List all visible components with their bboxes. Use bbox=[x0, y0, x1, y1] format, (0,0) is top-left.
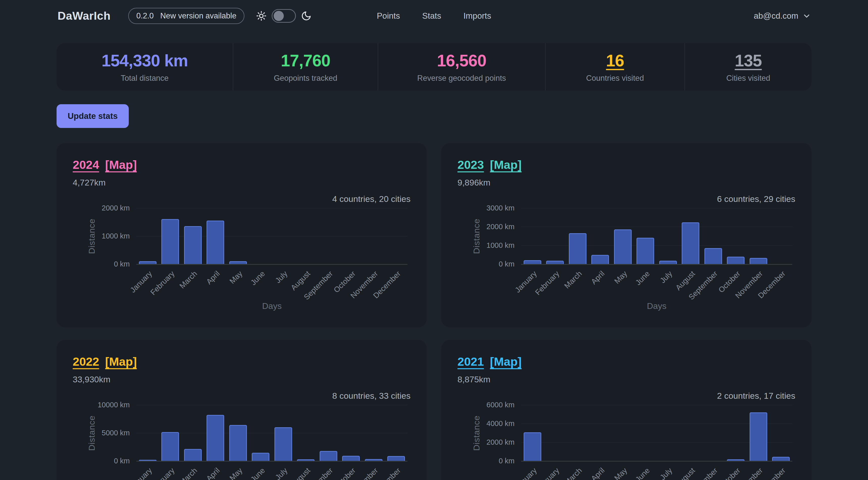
stat-cities: 135 Cities visited bbox=[684, 43, 811, 91]
month-label-may: May bbox=[227, 461, 249, 480]
year-card-2021: 2021 [Map] 8,875km 2 countries, 17 citie… bbox=[441, 340, 811, 480]
bar-april bbox=[207, 221, 224, 264]
month-label-october: October bbox=[724, 461, 747, 480]
bar-slot-february bbox=[159, 405, 182, 461]
app-logo[interactable]: DaWarIch bbox=[58, 9, 111, 23]
stat-reverse-geocoded: 16,560 Reverse geocoded points bbox=[378, 43, 545, 91]
year-link-2024[interactable]: 2024 bbox=[73, 158, 99, 171]
y-axis-tick-label: 4000 km bbox=[487, 419, 515, 427]
bar-august bbox=[297, 459, 315, 461]
month-label-july: July bbox=[657, 461, 679, 480]
map-link-2022[interactable]: [Map] bbox=[105, 355, 137, 369]
year-link-2022[interactable]: 2022 bbox=[73, 355, 99, 369]
stat-countries-value[interactable]: 16 bbox=[606, 51, 624, 70]
month-label-september: September bbox=[702, 265, 724, 300]
bar-december bbox=[387, 456, 405, 461]
stat-countries-label: Countries visited bbox=[586, 74, 644, 83]
month-label-february: February bbox=[544, 265, 566, 300]
month-label-october: October bbox=[340, 461, 363, 480]
bar-january bbox=[524, 260, 541, 264]
version-number: 0.2.0 bbox=[136, 11, 154, 21]
month-label-may: May bbox=[612, 265, 634, 300]
chart-plot-area: 0 km1000 km2000 km bbox=[136, 208, 407, 265]
stat-cities-value[interactable]: 135 bbox=[735, 51, 762, 70]
month-label-august: August bbox=[679, 461, 702, 480]
bar-january bbox=[524, 432, 541, 461]
month-label-november: November bbox=[362, 461, 385, 480]
nav-points[interactable]: Points bbox=[377, 11, 400, 21]
y-axis-tick-label: 5000 km bbox=[102, 429, 130, 437]
x-axis-month-labels: JanuaryFebruaryMarchAprilMayJuneJulyAugu… bbox=[136, 265, 407, 300]
bar-march bbox=[184, 449, 202, 461]
bar-april bbox=[207, 415, 224, 461]
navbar: DaWarIch 0.2.0 New version available Poi… bbox=[0, 0, 868, 32]
x-axis-month-labels: JanuaryFebruaryMarchAprilMayJuneJulyAugu… bbox=[136, 461, 407, 480]
theme-toggle[interactable] bbox=[272, 9, 296, 23]
nav-stats[interactable]: Stats bbox=[422, 11, 441, 21]
bar-slot-march bbox=[566, 208, 589, 264]
bar-slot-august bbox=[679, 405, 702, 461]
year-card-2022: 2022 [Map] 33,930km 8 countries, 33 citi… bbox=[57, 340, 427, 480]
year-link-2023[interactable]: 2023 bbox=[458, 158, 484, 171]
year-link-2021[interactable]: 2021 bbox=[458, 355, 484, 369]
year-distance: 9,896km bbox=[458, 178, 795, 188]
bar-slot-april bbox=[204, 208, 227, 264]
stat-total-distance: 154,330 km Total distance bbox=[57, 43, 233, 91]
bar-slot-january bbox=[136, 208, 159, 264]
month-label-july: July bbox=[272, 461, 294, 480]
month-label-february: February bbox=[159, 461, 182, 480]
map-link-2024[interactable]: [Map] bbox=[105, 158, 137, 171]
bar-slot-september bbox=[702, 208, 724, 264]
bar-january bbox=[139, 460, 157, 461]
bars-layer bbox=[521, 405, 792, 461]
stats-panel: 154,330 km Total distance 17,760 Geopoin… bbox=[57, 43, 811, 91]
bar-slot-june bbox=[634, 405, 657, 461]
stat-reverse-geocoded-label: Reverse geocoded points bbox=[417, 74, 506, 83]
chart-plot-area: 0 km2000 km4000 km6000 km bbox=[521, 405, 792, 461]
bar-february bbox=[161, 219, 179, 264]
bar-january bbox=[139, 261, 157, 264]
sun-icon bbox=[256, 10, 267, 21]
month-label-may: May bbox=[227, 265, 249, 300]
bar-slot-october bbox=[724, 208, 747, 264]
year-summary: 8 countries, 33 cities bbox=[73, 391, 410, 401]
month-label-july: July bbox=[657, 265, 679, 300]
bar-slot-december bbox=[385, 208, 408, 264]
bar-slot-may bbox=[227, 405, 249, 461]
bar-slot-september bbox=[317, 405, 340, 461]
month-label-may: May bbox=[612, 461, 634, 480]
bar-slot-july bbox=[657, 405, 679, 461]
bar-april bbox=[591, 255, 609, 264]
month-label-january: January bbox=[136, 461, 159, 480]
bar-october bbox=[727, 459, 745, 461]
version-badge[interactable]: 0.2.0 New version available bbox=[128, 8, 245, 24]
bar-slot-march bbox=[182, 208, 204, 264]
map-link-2023[interactable]: [Map] bbox=[490, 158, 522, 171]
bar-slot-october bbox=[340, 405, 363, 461]
update-stats-button[interactable]: Update stats bbox=[57, 104, 129, 128]
nav-imports[interactable]: Imports bbox=[463, 11, 491, 21]
user-menu[interactable]: ab@cd.com bbox=[754, 11, 810, 21]
bar-february bbox=[161, 432, 179, 461]
bar-slot-june bbox=[249, 208, 272, 264]
y-axis-tick-label: 0 km bbox=[499, 260, 515, 268]
bar-july bbox=[274, 427, 292, 461]
bar-july bbox=[659, 261, 677, 264]
y-axis-title: Distance bbox=[87, 405, 97, 461]
bar-slot-december bbox=[770, 208, 793, 264]
card-head: 2021 [Map] bbox=[458, 355, 795, 369]
bar-slot-december bbox=[770, 405, 793, 461]
month-label-december: December bbox=[770, 461, 793, 480]
x-axis-title: Days bbox=[136, 301, 407, 311]
bar-march bbox=[569, 233, 587, 264]
month-label-december: December bbox=[385, 265, 408, 300]
bar-slot-may bbox=[227, 208, 249, 264]
month-label-february: February bbox=[159, 265, 182, 300]
bar-slot-may bbox=[612, 405, 634, 461]
bar-june bbox=[252, 453, 269, 461]
bar-slot-april bbox=[589, 405, 612, 461]
month-label-september: September bbox=[317, 461, 340, 480]
year-summary: 4 countries, 20 cities bbox=[73, 194, 410, 204]
map-link-2021[interactable]: [Map] bbox=[490, 355, 522, 369]
bar-slot-january bbox=[521, 208, 544, 264]
